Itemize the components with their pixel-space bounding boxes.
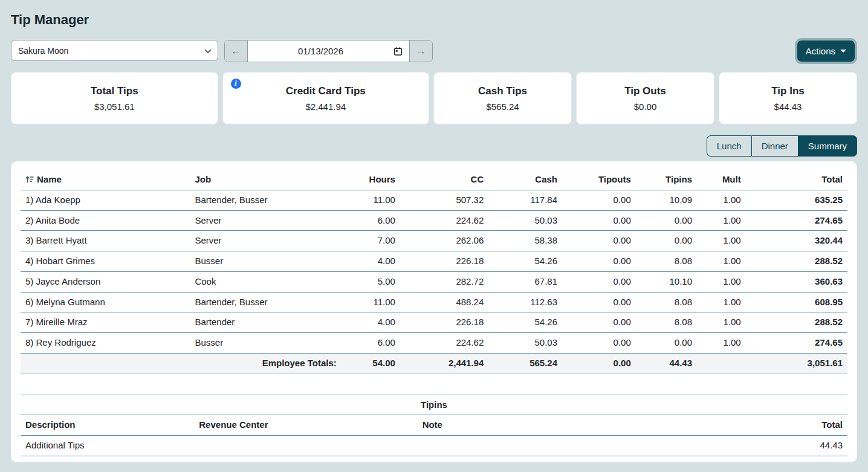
- page-title: Tip Manager: [11, 12, 857, 28]
- calendar-icon[interactable]: [394, 47, 403, 56]
- table-row: 1) Ada Koepp Bartender, Busser 11.00 507…: [21, 190, 847, 210]
- employee-tips-table: Name Job Hours CC Cash Tipouts Tipins Mu…: [21, 170, 847, 374]
- cell-tipins: 10.10: [636, 271, 697, 292]
- cell-name: 5) Jayce Anderson: [21, 271, 190, 292]
- card-tip-ins-label: Tip Ins: [771, 85, 804, 97]
- tipins-cell-revenue-center: [194, 436, 417, 456]
- cell-total: 320.44: [746, 231, 847, 251]
- location-select-wrap: Sakura Moon: [11, 40, 218, 62]
- column-header-mult: Mult: [697, 170, 746, 190]
- cell-mult: 1.00: [697, 312, 746, 333]
- cell-tipouts: 0.00: [562, 231, 636, 251]
- column-header-tipins: Tipins: [636, 170, 697, 190]
- arrow-right-icon: →: [416, 45, 426, 57]
- table-row: 8) Rey Rodriguez Busser 6.00 224.62 50.0…: [21, 333, 847, 354]
- cell-mult: 1.00: [697, 210, 746, 231]
- tab-dinner[interactable]: Dinner: [752, 135, 798, 157]
- column-header-tipouts: Tipouts: [562, 170, 636, 190]
- cell-tipouts: 0.00: [562, 251, 636, 272]
- table-row: 4) Hobart Grimes Busser 4.00 226.18 54.2…: [21, 251, 847, 272]
- tipins-column-total: Total: [740, 415, 847, 436]
- cell-cc: 507.32: [400, 190, 488, 210]
- cell-tipins: 0.00: [636, 231, 697, 251]
- cell-cc: 282.72: [400, 271, 488, 292]
- card-credit-card-tips: i Credit Card Tips $2,441.94: [222, 72, 430, 124]
- totals-cc: 2,441.94: [400, 353, 488, 373]
- cell-tipouts: 0.00: [562, 271, 636, 292]
- tipins-cell-description: Additional Tips: [21, 436, 194, 456]
- card-credit-card-tips-value: $2,441.94: [305, 102, 346, 112]
- cell-hours: 11.00: [342, 190, 400, 210]
- cell-cash: 50.03: [488, 333, 562, 354]
- actions-dropdown-button[interactable]: Actions: [797, 40, 855, 62]
- cell-name: 6) Melyna Gutmann: [21, 292, 190, 312]
- employee-totals-row: Employee Totals: 54.00 2,441.94 565.24 0…: [21, 353, 847, 373]
- cell-name: 8) Rey Rodriguez: [21, 333, 190, 354]
- tab-summary[interactable]: Summary: [798, 135, 857, 157]
- cell-mult: 1.00: [697, 190, 746, 210]
- totals-total: 3,051.61: [746, 353, 847, 373]
- table-row: 2) Anita Bode Server 6.00 224.62 50.03 0…: [21, 210, 847, 231]
- totals-tipouts: 0.00: [562, 353, 636, 373]
- cell-cc: 226.18: [400, 251, 488, 272]
- cell-total: 608.95: [746, 292, 847, 312]
- cell-cash: 54.26: [488, 251, 562, 272]
- cell-name: 4) Hobart Grimes: [21, 251, 190, 272]
- column-header-name-label: Name: [37, 174, 62, 184]
- meal-period-tab-group: Lunch Dinner Summary: [707, 135, 857, 157]
- employee-table-header-row: Name Job Hours CC Cash Tipouts Tipins Mu…: [21, 170, 847, 190]
- totals-label: Employee Totals:: [190, 353, 341, 373]
- totals-mult: [697, 353, 746, 373]
- cell-job: Bartender, Busser: [190, 190, 341, 210]
- next-day-button[interactable]: →: [409, 40, 432, 62]
- date-input[interactable]: [248, 40, 409, 62]
- totals-empty-cell: [21, 353, 190, 373]
- cell-hours: 7.00: [342, 231, 400, 251]
- cell-tipouts: 0.00: [562, 333, 636, 354]
- cell-tipins: 8.08: [636, 251, 697, 272]
- cell-total: 360.63: [746, 271, 847, 292]
- cell-hours: 6.00: [342, 210, 400, 231]
- card-total-tips: Total Tips $3,051.61: [11, 72, 218, 124]
- cell-total: 635.25: [746, 190, 847, 210]
- cell-job: Server: [190, 231, 341, 251]
- cell-cash: 67.81: [488, 271, 562, 292]
- column-header-name[interactable]: Name: [21, 170, 190, 190]
- card-tip-ins-value: $44.43: [774, 102, 802, 112]
- card-credit-card-tips-label: Credit Card Tips: [286, 85, 366, 97]
- tipins-header-row: Description Revenue Center Note Total: [21, 415, 847, 436]
- cell-tipins: 0.00: [636, 210, 697, 231]
- cell-name: 2) Anita Bode: [21, 210, 190, 231]
- cell-tipouts: 0.00: [562, 210, 636, 231]
- cell-job: Busser: [190, 333, 341, 354]
- table-row: 3) Barrett Hyatt Server 7.00 262.06 58.3…: [21, 231, 847, 251]
- summary-cards: Total Tips $3,051.61 i Credit Card Tips …: [11, 72, 857, 124]
- info-icon[interactable]: i: [231, 79, 241, 89]
- cell-mult: 1.00: [697, 333, 746, 354]
- cell-cc: 262.06: [400, 231, 488, 251]
- tipins-table: Tipins Description Revenue Center Note T…: [21, 395, 847, 456]
- location-select[interactable]: Sakura Moon: [11, 40, 218, 61]
- card-cash-tips: Cash Tips $565.24: [433, 72, 572, 124]
- card-tip-outs-label: Tip Outs: [624, 85, 666, 97]
- toolbar-left: Sakura Moon ←: [11, 40, 433, 62]
- cell-tipouts: 0.00: [562, 312, 636, 333]
- cell-job: Bartender, Busser: [190, 292, 341, 312]
- cell-cash: 54.26: [488, 312, 562, 333]
- cell-tipins: 10.09: [636, 190, 697, 210]
- previous-day-button[interactable]: ←: [225, 40, 248, 62]
- tipins-row: Additional Tips 44.43: [21, 436, 847, 456]
- sort-ascending-icon: [25, 175, 34, 183]
- card-total-tips-label: Total Tips: [91, 85, 138, 97]
- summary-panel: Name Job Hours CC Cash Tipouts Tipins Mu…: [11, 161, 857, 462]
- cell-cc: 224.62: [400, 333, 488, 354]
- cell-hours: 5.00: [342, 271, 400, 292]
- cell-cash: 112.63: [488, 292, 562, 312]
- cell-name: 7) Mireille Mraz: [21, 312, 190, 333]
- cell-mult: 1.00: [697, 251, 746, 272]
- tipins-caption-row: Tipins: [21, 395, 847, 415]
- date-navigator: ← →: [224, 40, 433, 62]
- cell-cash: 58.38: [488, 231, 562, 251]
- cell-mult: 1.00: [697, 231, 746, 251]
- tab-lunch[interactable]: Lunch: [707, 135, 752, 157]
